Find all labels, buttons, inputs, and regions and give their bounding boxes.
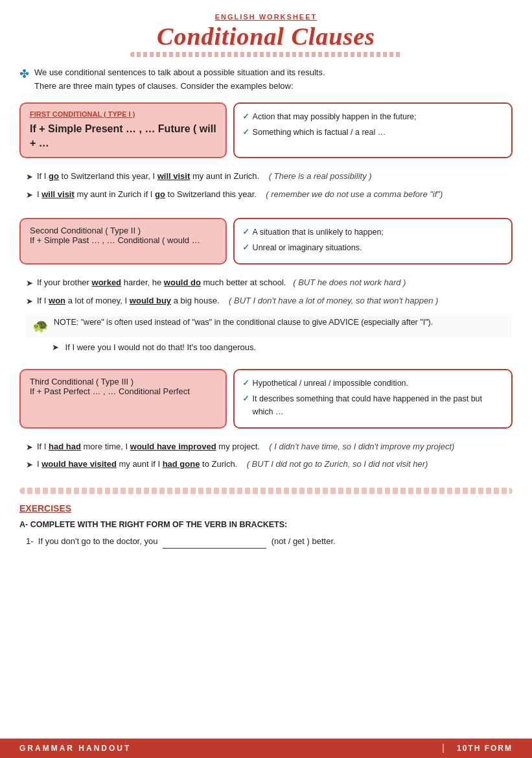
first-info-item-1: Action that may possibly happen in the f… <box>242 110 503 123</box>
third-example-1-text: If I had had more time, I would have imp… <box>37 440 454 454</box>
exercise-a-heading: A- COMPLETE WITH THE RIGHT FORM OF THE V… <box>19 520 513 529</box>
third-conditional-box: Third Conditional ( Type III ) If + Past… <box>19 369 227 429</box>
first-example-1-text: If I go to Switzerland this year, I will… <box>37 170 372 184</box>
arrow-icon-1: ➤ <box>26 171 33 184</box>
first-conditional-section: First Conditional ( Type I ) If + Simple… <box>19 102 513 159</box>
first-example-1: ➤ If I go to Switzerland this year, I wi… <box>26 170 513 184</box>
second-conditional-section: Second Conditional ( Type II ) If + Simp… <box>19 218 513 265</box>
third-example-2: ➤ I would have visited my aunt if I had … <box>26 458 513 472</box>
first-conditional-label: First Conditional ( Type I ) <box>30 110 216 118</box>
third-example-1: ➤ If I had had more time, I would have i… <box>26 440 513 455</box>
third-conditional-examples: ➤ If I had had more time, I would have i… <box>19 438 513 479</box>
second-conditional-label: Second Conditional ( Type II ) <box>30 226 141 235</box>
note-arrow-icon: ➤ <box>52 342 59 352</box>
arrow-icon-4: ➤ <box>26 295 33 309</box>
exercises-section: EXERCISES A- COMPLETE WITH THE RIGHT FOR… <box>19 503 513 549</box>
exercise-text-after-1: (not / get ) better. <box>272 536 336 546</box>
second-conditional-info: A situation that is unlikely to happen; … <box>233 218 513 265</box>
arrow-icon-5: ➤ <box>26 441 33 455</box>
third-conditional-info: Hypothetical / unreal / impossible condi… <box>233 369 513 429</box>
note-text: NOTE: "were" is often used instead of "w… <box>54 318 433 327</box>
arrow-icon-6: ➤ <box>26 458 33 472</box>
first-example-2: ➤ I will visit my aunt in Zurich if I go… <box>26 188 513 202</box>
arrow-icon-2: ➤ <box>26 189 33 202</box>
exercises-title: EXERCISES <box>19 503 513 514</box>
worksheet-label: ENGLISH WORKSHEET <box>19 13 513 21</box>
first-example-2-text: I will visit my aunt in Zurich if I go t… <box>37 188 443 202</box>
second-example-1-text: If your brother worked harder, he would … <box>37 276 406 290</box>
arrow-icon-3: ➤ <box>26 277 33 290</box>
intro-text: We use conditional sentences to talk abo… <box>34 66 325 93</box>
exercise-text-before-1: If you don't go to the doctor, you <box>38 536 158 546</box>
third-info-item-1: Hypothetical / unreal / impossible condi… <box>242 377 503 390</box>
third-conditional-formula: If + Past Perfect … , … Conditional Perf… <box>30 386 216 396</box>
intro-icon: ✤ <box>19 67 29 81</box>
second-conditional-box: Second Conditional ( Type II ) If + Simp… <box>19 218 227 265</box>
exercise-blank-1 <box>163 548 266 549</box>
note-icon: 🐢 <box>32 318 49 333</box>
third-info-item-2: It describes something that could have h… <box>242 392 503 418</box>
exercise-a-item-1: 1- If you don't go to the doctor, you (n… <box>26 534 513 549</box>
second-example-1: ➤ If your brother worked harder, he woul… <box>26 276 513 290</box>
exercise-number-1: 1- <box>26 536 36 546</box>
note-example: ➤ If I were you I would not do that! It'… <box>52 342 513 352</box>
intro-section: ✤ We use conditional sentences to talk a… <box>19 66 513 93</box>
second-conditional-formula: If + Simple Past … , … Conditional ( wou… <box>30 235 216 245</box>
page-header: ENGLISH WORKSHEET Conditional Clauses <box>19 13 513 57</box>
third-conditional-label: Third Conditional ( Type III ) <box>30 377 133 386</box>
footer: GRAMMAR HANDOUT 10TH FORM <box>0 739 532 758</box>
second-example-2: ➤ If I won a lot of money, I would buy a… <box>26 294 513 309</box>
first-conditional-box: First Conditional ( Type I ) If + Simple… <box>19 102 227 159</box>
first-conditional-examples: ➤ If I go to Switzerland this year, I wi… <box>19 167 513 209</box>
first-conditional-info: Action that may possibly happen in the f… <box>233 102 513 159</box>
second-example-2-text: If I won a lot of money, I would buy a b… <box>37 294 438 308</box>
divider-wave <box>19 488 513 494</box>
second-info-item-2: Unreal or imaginary situations. <box>242 241 503 254</box>
third-example-2-text: I would have visited my aunt if I had go… <box>37 458 428 471</box>
first-conditional-formula: If + Simple Present … , … Future ( will … <box>30 122 216 151</box>
second-info-item-1: A situation that is unlikely to happen; <box>242 226 503 239</box>
note-block: 🐢 NOTE: "were" is often used instead of … <box>26 314 513 337</box>
footer-left: GRAMMAR HANDOUT <box>19 744 131 753</box>
first-info-item-2: Something which is factual / a real … <box>242 126 503 139</box>
main-title: Conditional Clauses <box>19 22 513 51</box>
footer-right: 10TH FORM <box>443 744 513 753</box>
third-conditional-section: Third Conditional ( Type III ) If + Past… <box>19 369 513 429</box>
second-conditional-examples: ➤ If your brother worked harder, he woul… <box>19 274 513 360</box>
title-underline <box>130 52 402 57</box>
